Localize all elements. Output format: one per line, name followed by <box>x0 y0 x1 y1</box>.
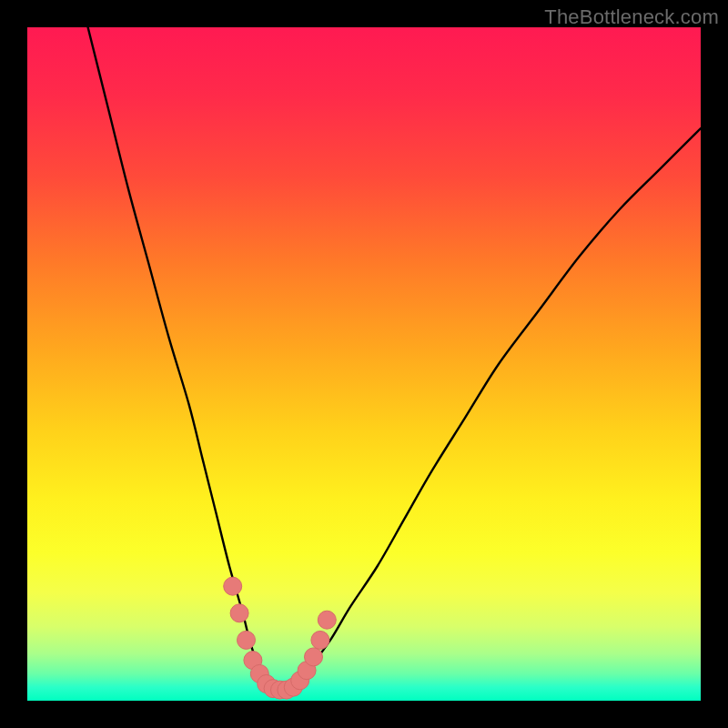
markers-svg <box>27 27 701 701</box>
highlighted-marker <box>311 631 329 649</box>
highlighted-marker <box>238 631 256 649</box>
watermark-text: TheBottleneck.com <box>544 5 719 29</box>
highlighted-marker <box>305 648 323 666</box>
highlighted-marker <box>230 604 248 622</box>
highlighted-marker-group <box>224 577 337 699</box>
highlighted-marker <box>318 611 336 629</box>
outer-frame: TheBottleneck.com <box>0 0 728 728</box>
highlighted-marker <box>224 577 242 595</box>
plot-area <box>27 27 701 701</box>
